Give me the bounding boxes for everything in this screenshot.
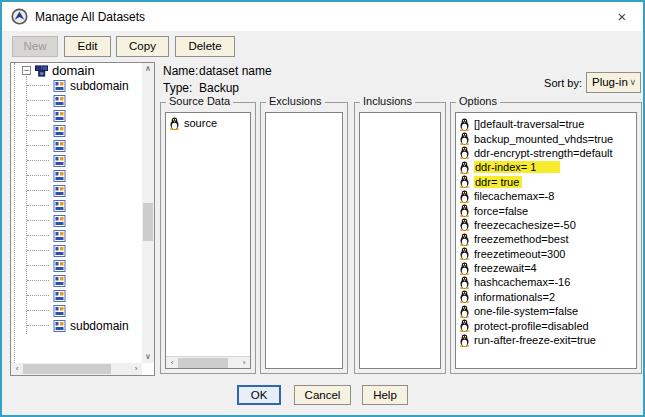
delete-button[interactable]: Delete xyxy=(175,36,235,57)
tree-item[interactable]: − xyxy=(11,228,142,243)
tree-item[interactable]: − xyxy=(11,258,142,273)
option-label: protect-profile=disabled xyxy=(474,320,589,332)
new-button[interactable]: New xyxy=(12,36,58,57)
scroll-left-icon[interactable]: ‹ xyxy=(166,357,178,369)
tree-item-label: domain xyxy=(52,63,95,78)
exclusions-title: Exclusions xyxy=(266,95,325,107)
option-item[interactable]: ddr-encrypt-strength=default xyxy=(456,146,636,160)
option-item[interactable]: protect-profile=disabled xyxy=(456,318,636,332)
penguin-icon xyxy=(459,276,470,289)
penguin-icon xyxy=(459,190,470,203)
option-item[interactable]: ddr-index= 1 xyxy=(456,160,636,174)
source-item-label: source xyxy=(184,117,217,129)
source-data-panel: Source Data source xyxy=(160,102,256,374)
close-icon[interactable]: × xyxy=(611,6,633,27)
tree-vertical-scrollbar[interactable]: ∧ ∨ xyxy=(142,63,154,363)
subdomain-icon xyxy=(53,215,66,227)
penguin-icon xyxy=(459,247,470,260)
options-title: Options xyxy=(456,95,500,107)
option-item[interactable]: ddr= true xyxy=(456,175,636,189)
scroll-up-icon[interactable]: ∧ xyxy=(142,63,154,75)
tree-item[interactable]: − xyxy=(11,243,142,258)
option-label: informationals=2 xyxy=(474,291,555,303)
type-label: Type: xyxy=(163,81,192,95)
penguin-icon xyxy=(459,262,470,275)
tree-item[interactable]: − xyxy=(11,93,142,108)
help-button[interactable]: Help xyxy=(362,385,408,405)
scroll-down-icon[interactable]: ∨ xyxy=(142,351,154,363)
scroll-right-icon[interactable]: › xyxy=(130,363,142,375)
title-bar[interactable]: Manage All Datasets × xyxy=(2,2,643,31)
penguin-icon xyxy=(459,132,470,145)
option-item[interactable]: freezecachesize=-50 xyxy=(456,218,636,232)
tree-item[interactable]: − subdomain xyxy=(11,78,142,93)
subdomain-icon xyxy=(53,170,66,182)
type-value: Backup xyxy=(199,81,239,95)
option-item[interactable]: freezewait=4 xyxy=(456,261,636,275)
option-item[interactable]: []default-traversal=true xyxy=(456,117,636,131)
sort-by-dropdown[interactable]: Plug-in ∨ xyxy=(586,72,641,93)
option-item[interactable]: freezetimeout=300 xyxy=(456,247,636,261)
penguin-icon xyxy=(459,218,470,231)
tree-horizontal-scrollbar[interactable]: ‹ › xyxy=(11,363,142,375)
tree-item[interactable]: − xyxy=(11,168,142,183)
name-value: dataset name xyxy=(199,64,272,78)
tree-item[interactable]: − xyxy=(11,198,142,213)
tree-item[interactable]: − xyxy=(11,303,142,318)
option-item[interactable]: run-after-freeze-exit=true xyxy=(456,333,636,347)
option-label: hashcachemax=-16 xyxy=(474,276,570,288)
options-panel: Options []default-traversal=true xyxy=(450,102,642,374)
inclusions-title: Inclusions xyxy=(360,95,415,107)
option-item[interactable]: backup_mounted_vhds=true xyxy=(456,131,636,145)
tree-item[interactable]: − xyxy=(11,153,142,168)
subdomain-icon xyxy=(53,200,66,212)
cancel-button[interactable]: Cancel xyxy=(294,385,351,405)
tree-item[interactable]: − xyxy=(11,183,142,198)
option-item[interactable]: hashcachemax=-16 xyxy=(456,275,636,289)
tree-collapse-icon[interactable]: − xyxy=(22,66,31,75)
option-item[interactable]: force=false xyxy=(456,203,636,217)
tree-item[interactable]: − xyxy=(11,213,142,228)
subdomain-icon xyxy=(53,80,66,92)
tree-item[interactable]: − xyxy=(11,138,142,153)
option-item[interactable]: freezemethod=best xyxy=(456,232,636,246)
option-item[interactable]: informationals=2 xyxy=(456,290,636,304)
subdomain-icon xyxy=(53,230,66,242)
option-label: run-after-freeze-exit=true xyxy=(474,334,596,346)
source-horizontal-scrollbar[interactable]: ‹ › xyxy=(166,356,250,368)
window-title: Manage All Datasets xyxy=(35,10,145,24)
subdomain-icon xyxy=(53,110,66,122)
option-item[interactable]: one-file-system=false xyxy=(456,304,636,318)
tree-item[interactable]: − subdomain xyxy=(11,318,142,333)
sort-by-value: Plug-in xyxy=(592,76,628,88)
edit-button[interactable]: Edit xyxy=(64,36,111,57)
penguin-icon xyxy=(459,305,470,318)
options-list: []default-traversal=true backup_mounted_… xyxy=(455,112,637,369)
ok-button[interactable]: OK xyxy=(237,385,281,405)
penguin-icon xyxy=(459,175,470,188)
tree-item-label: subdomain xyxy=(70,79,129,93)
scrollbar-thumb[interactable] xyxy=(178,358,228,368)
option-label: filecachemax=-8 xyxy=(474,190,554,202)
subdomain-icon xyxy=(53,320,66,332)
domain-tree-panel: − domain xyxy=(10,62,155,376)
scroll-right-icon[interactable]: › xyxy=(238,357,250,369)
copy-button[interactable]: Copy xyxy=(116,36,169,57)
option-label: freezecachesize=-50 xyxy=(474,219,576,231)
source-item[interactable]: source xyxy=(166,116,250,130)
tree-item[interactable]: − xyxy=(11,108,142,123)
penguin-icon xyxy=(459,118,470,131)
scroll-left-icon[interactable]: ‹ xyxy=(11,363,23,375)
tree-item[interactable]: − xyxy=(11,123,142,138)
scrollbar-thumb[interactable] xyxy=(23,364,111,374)
tree-item[interactable]: − domain xyxy=(11,63,142,78)
source-data-list: source ‹ › xyxy=(165,112,251,369)
name-label: Name: xyxy=(163,64,198,78)
option-item[interactable]: filecachemax=-8 xyxy=(456,189,636,203)
option-label: ddr-encrypt-strength=default xyxy=(474,147,613,159)
penguin-icon xyxy=(459,146,470,159)
tree-item[interactable]: − xyxy=(11,288,142,303)
tree-item[interactable]: − xyxy=(11,273,142,288)
scrollbar-thumb[interactable] xyxy=(143,203,153,241)
option-label: freezewait=4 xyxy=(474,262,537,274)
